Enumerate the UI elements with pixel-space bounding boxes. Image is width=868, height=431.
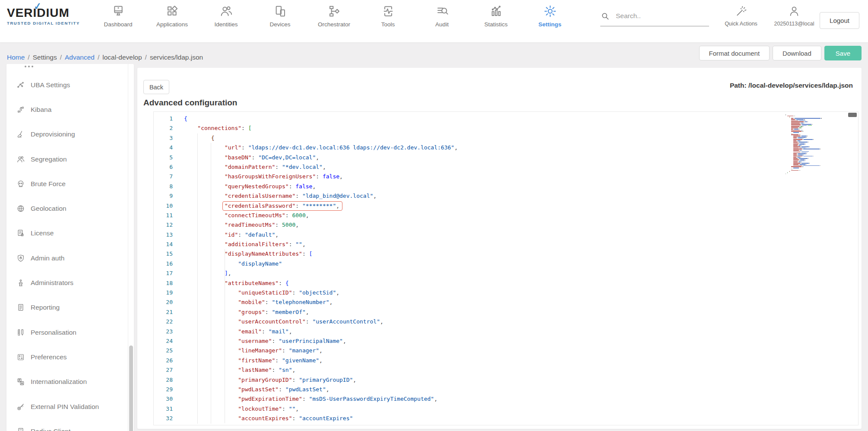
code-line[interactable]: 12 "readTimeoutMs": 5000, <box>154 220 458 230</box>
line-number: 22 <box>154 317 181 326</box>
code-line[interactable]: 27 "lastName": "sn", <box>154 365 458 375</box>
sidebar-item-admin-auth[interactable]: Admin auth <box>6 246 134 270</box>
administrators-icon <box>16 279 25 287</box>
code-line[interactable]: 8 "queryNestedGroups": false, <box>154 182 458 191</box>
sidebar-item-license[interactable]: License <box>6 221 134 246</box>
nav-item-identities[interactable]: Identities <box>199 4 253 28</box>
sidebar-scrollbar-track <box>128 64 128 431</box>
code-line[interactable]: 9 "credentialsUsername": "ldap_bind@dev.… <box>154 191 458 201</box>
line-number: 15 <box>154 249 181 259</box>
editor-scrollbar-thumb[interactable] <box>848 113 857 117</box>
code-line[interactable]: 25 "lineManager": "manager", <box>154 346 458 355</box>
sidebar-item-uba-settings[interactable]: UBA Settings <box>6 73 134 97</box>
nav-item-tools[interactable]: Tools <box>361 4 415 28</box>
code-line[interactable]: 29 "pwdLastSet": "pwdLastSet", <box>154 385 458 394</box>
code-line[interactable]: 11 "connectTimeoutMs": 6000, <box>154 211 458 220</box>
code-line[interactable]: 24 "username": "userPrincipalName", <box>154 336 458 346</box>
sidebar-item-label: Admin auth <box>31 254 64 262</box>
code-line[interactable]: 4 "url": "ldaps://dev-dc1.dev.local:636 … <box>154 143 458 152</box>
code-text: "userAccountControl": "userAccountContro… <box>181 317 383 326</box>
minimap[interactable] <box>786 114 847 174</box>
code-line[interactable]: 30 "pwdExpirationTime": "msDS-UserPasswo… <box>154 394 458 404</box>
sidebar-item-internationalization[interactable]: Internationalization <box>6 370 134 394</box>
code-line[interactable]: 14 "additionalFilters": "", <box>154 240 458 249</box>
back-button[interactable]: Back <box>143 80 169 94</box>
code-line[interactable]: 21 "groups": "memberOf", <box>154 307 458 317</box>
nav-item-applications[interactable]: Applications <box>145 4 199 28</box>
code-line[interactable]: 10 "credentialsPassword": "********", <box>154 201 458 211</box>
line-number: 26 <box>154 356 181 365</box>
user-menu[interactable]: 20250113@local <box>772 5 817 27</box>
sidebar-item-reporting[interactable]: Reporting <box>6 295 134 320</box>
sidebar-item-geolocation[interactable]: Geolocation <box>6 196 134 221</box>
sidebar-item-radius-client[interactable]: Radius Client <box>6 419 134 431</box>
code-line[interactable]: 28 "primaryGroupID": "primaryGroupID", <box>154 375 458 385</box>
code-line[interactable]: 16 "displayName" <box>154 259 458 269</box>
bruteforce-icon <box>16 180 25 188</box>
quick-actions-button[interactable]: Quick Actions <box>719 5 763 27</box>
nav-item-devices[interactable]: Devices <box>253 4 307 28</box>
line-number: 23 <box>154 327 181 336</box>
code-line[interactable]: 26 "firstName": "givenName", <box>154 356 458 365</box>
format-document-button[interactable]: Format document <box>699 46 770 60</box>
code-line[interactable]: 3 { <box>154 133 458 143</box>
save-button[interactable]: Save <box>824 46 862 60</box>
code-text: "additionalFilters": "", <box>181 240 306 249</box>
json-code-editor[interactable]: 1{2 "connections": [3 {4 "url": "ldaps:/… <box>153 111 858 425</box>
sidebar-list: UBA SettingsKibanaDeprovisioningSegregat… <box>6 73 134 431</box>
nav-item-audit[interactable]: Audit <box>415 4 469 28</box>
code-line[interactable]: 5 "baseDN": "DC=dev,DC=local", <box>154 153 458 162</box>
code-line[interactable]: 7 "hasGroupsWithForeignUsers": false, <box>154 172 458 181</box>
nav-label: Audit <box>435 21 449 28</box>
code-line[interactable]: 22 "userAccountControl": "userAccountCon… <box>154 317 458 326</box>
sidebar-item-segregation[interactable]: Segregation <box>6 147 134 171</box>
code-line[interactable]: 1{ <box>154 114 458 124</box>
sidebar-item-preferences[interactable]: Preferences <box>6 345 134 369</box>
user-label: 20250113@local <box>774 21 814 27</box>
code-line[interactable]: 15 "displayNameAttributes": [ <box>154 249 458 259</box>
nav-item-statistics[interactable]: Statistics <box>469 4 523 28</box>
code-line[interactable]: 19 "uniqueStaticID": "objectSid", <box>154 288 458 298</box>
tools-icon <box>381 4 395 18</box>
sidebar-item-brute-force[interactable]: Brute Force <box>6 171 134 196</box>
sidebar-item-personalisation[interactable]: Personalisation <box>6 320 134 345</box>
code-line[interactable]: 20 "mobile": "telephoneNumber", <box>154 298 458 307</box>
code-text: "hasGroupsWithForeignUsers": false, <box>181 172 343 181</box>
preferences-icon <box>16 353 25 361</box>
adminauth-icon <box>16 254 25 263</box>
nav-item-dashboard[interactable]: Dashboard <box>91 4 145 28</box>
search-box[interactable] <box>600 11 709 26</box>
code-line[interactable]: 18 "attributeNames": { <box>154 279 458 288</box>
line-number: 3 <box>154 133 181 143</box>
code-line[interactable]: 17 ], <box>154 269 458 278</box>
sidebar-item-administrators[interactable]: Administrators <box>6 270 134 295</box>
download-button[interactable]: Download <box>773 46 821 60</box>
breadcrumb-item[interactable]: Home <box>7 54 25 61</box>
code-text: "id": "default", <box>181 230 279 240</box>
code-line[interactable]: 13 "id": "default", <box>154 230 458 240</box>
line-number: 24 <box>154 336 181 346</box>
code-text: "domainPattern": "*dev.local", <box>181 162 326 172</box>
code-line[interactable]: 2 "connections": [ <box>154 124 458 133</box>
code-line[interactable]: 23 "email": "mail", <box>154 327 458 336</box>
sidebar-scrollbar-thumb[interactable] <box>129 345 133 431</box>
nav-label: Identities <box>214 21 238 28</box>
code-lines: 1{2 "connections": [3 {4 "url": "ldaps:/… <box>154 114 458 424</box>
sidebar-item-external-pin-validation[interactable]: External PIN Validation <box>6 394 134 419</box>
search-input[interactable] <box>616 12 698 20</box>
code-text: "url": "ldaps://dev-dc1.dev.local:636 ld… <box>181 143 458 152</box>
code-line[interactable]: 32 "accountExpires": "accountExpires" <box>154 414 458 423</box>
pin-icon <box>16 402 25 411</box>
nav-item-orchestrator[interactable]: Orchestrator <box>307 4 361 28</box>
sidebar-item-kibana[interactable]: Kibana <box>6 97 134 122</box>
line-number: 5 <box>154 153 181 162</box>
audit-icon <box>435 4 449 18</box>
logout-button[interactable]: Logout <box>820 12 859 29</box>
code-line[interactable]: 31 "lockoutTime": "", <box>154 404 458 414</box>
code-line[interactable]: 6 "domainPattern": "*dev.local", <box>154 162 458 172</box>
breadcrumb-item[interactable]: Advanced <box>65 54 95 61</box>
nav-item-settings[interactable]: Settings <box>523 4 577 28</box>
sidebar-item-deprovisioning[interactable]: Deprovisioning <box>6 122 134 147</box>
code-text: "baseDN": "DC=dev,DC=local", <box>181 153 319 162</box>
veridium-logo[interactable]: VERIDIUM ✓ TRUSTED DIGITAL IDENTITY <box>7 6 80 25</box>
